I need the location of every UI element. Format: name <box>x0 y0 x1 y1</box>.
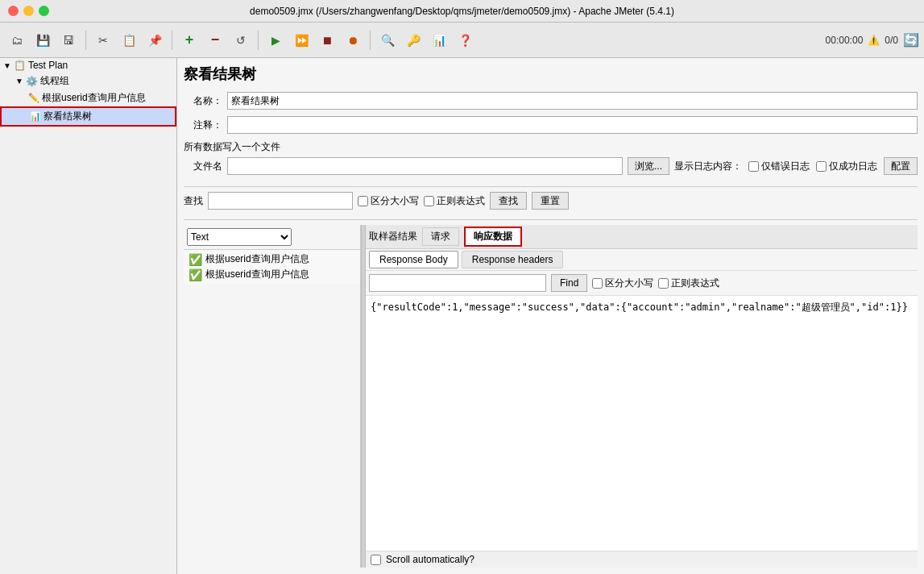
save-all-btn[interactable]: 🖫 <box>56 28 81 52</box>
counter-display: 0/0 <box>885 35 898 46</box>
traffic-lights <box>8 6 49 16</box>
format-select[interactable]: Text <box>187 228 292 246</box>
error-log-label: 仅错误日志 <box>761 160 810 173</box>
clear-btn[interactable]: 🔍 <box>375 28 400 52</box>
format-row: Text <box>184 225 360 250</box>
separator-4 <box>370 31 371 50</box>
refresh-icon[interactable]: 🔄 <box>903 32 919 48</box>
test-plan-icon: 📋 <box>14 60 26 71</box>
list-item[interactable]: ✅ 根据userid查询用户信息 <box>187 267 357 282</box>
close-button[interactable] <box>8 6 19 16</box>
error-log-checkbox[interactable] <box>748 161 759 172</box>
response-body-text: {"resultCode":1,"message":"success","dat… <box>371 302 908 313</box>
toolbar-right: 00:00:00 ⚠️ 0/0 🔄 <box>826 32 919 48</box>
search-btn[interactable]: 🔑 <box>401 28 425 52</box>
reset-btn[interactable]: ↺ <box>229 28 253 52</box>
response-case-checkbox[interactable] <box>592 278 603 289</box>
find-input[interactable] <box>208 192 353 210</box>
scroll-auto-checkbox[interactable] <box>371 555 381 565</box>
regex-checkbox[interactable] <box>424 196 434 206</box>
sidebar-item-view-results[interactable]: 📊 察看结果树 <box>0 106 176 127</box>
response-body-tab[interactable]: Response Body <box>369 251 458 268</box>
file-name-input[interactable] <box>227 157 623 175</box>
help-btn[interactable]: ❓ <box>453 28 477 52</box>
check-icon-1: ✅ <box>189 253 202 266</box>
list-item-label-2: 根据userid查询用户信息 <box>205 268 309 281</box>
divider-2 <box>184 219 918 220</box>
request-tab[interactable]: 请求 <box>422 227 459 246</box>
case-sensitive-label[interactable]: 区分大小写 <box>358 194 419 208</box>
sidebar-item-thread-group[interactable]: ▼ ⚙️ 线程组 <box>0 73 176 89</box>
open-btn[interactable]: 🗂 <box>5 28 29 52</box>
comment-input[interactable] <box>227 116 918 134</box>
func-btn[interactable]: 📊 <box>427 28 451 52</box>
browse-button[interactable]: 浏览... <box>628 157 669 175</box>
all-data-label: 所有数据写入一个文件 <box>184 140 918 154</box>
results-label: 取样器结果 <box>369 230 417 243</box>
name-input[interactable] <box>227 92 918 110</box>
regex-label[interactable]: 正则表达式 <box>424 194 485 208</box>
paste-btn[interactable]: 📌 <box>143 28 167 52</box>
error-log-checkbox-label[interactable]: 仅错误日志 <box>748 160 810 173</box>
reset-button[interactable]: 重置 <box>532 192 569 210</box>
find-button[interactable]: 查找 <box>490 192 527 210</box>
file-name-label: 文件名 <box>184 160 222 173</box>
thread-group-icon: ⚙️ <box>26 76 38 87</box>
check-icon-2: ✅ <box>189 268 202 281</box>
display-log-row: 显示日志内容： 仅错误日志 仅成功日志 配置 <box>674 157 918 175</box>
sidebar-item-label: 察看结果树 <box>44 110 92 123</box>
start-btn[interactable]: ▶ <box>263 28 288 52</box>
cut-btn[interactable]: ✂ <box>91 28 115 52</box>
sidebar-item-label: Test Plan <box>28 60 68 71</box>
sidebar-item-label: 线程组 <box>40 74 69 88</box>
comment-row: 注释： <box>184 116 918 134</box>
success-log-checkbox[interactable] <box>816 161 827 172</box>
sidebar-item-label: 根据userid查询用户信息 <box>42 91 146 105</box>
response-find-bar: Find 区分大小写 正则表达式 <box>366 271 918 296</box>
response-case-label: 区分大小写 <box>605 277 653 290</box>
response-tab[interactable]: 响应数据 <box>464 227 522 247</box>
regex-text: 正则表达式 <box>437 194 485 208</box>
minimize-button[interactable] <box>23 6 34 16</box>
success-log-label: 仅成功日志 <box>829 160 877 173</box>
maximize-button[interactable] <box>39 6 49 16</box>
list-item[interactable]: ✅ 根据userid查询用户信息 <box>187 252 357 267</box>
timer-display: 00:00:00 <box>826 35 864 46</box>
save-btn[interactable]: 💾 <box>31 28 55 52</box>
start-no-pause-btn[interactable]: ⏩ <box>289 28 313 52</box>
response-regex[interactable]: 正则表达式 <box>658 277 719 290</box>
separator-1 <box>85 31 86 50</box>
warning-icon: ⚠️ <box>868 35 880 46</box>
panels-row: Text ✅ 根据userid查询用户信息 ✅ 根据userid查询用户信息 <box>184 225 918 568</box>
name-label: 名称： <box>184 94 222 108</box>
find-label: 查找 <box>184 194 203 208</box>
divider-1 <box>184 186 918 187</box>
page-title: 察看结果树 <box>184 64 918 84</box>
sidebar-item-test-plan[interactable]: ▼ 📋 Test Plan <box>0 58 176 73</box>
response-headers-tab[interactable]: Response headers <box>462 251 564 268</box>
toolbar: 🗂 💾 🖫 ✂ 📋 📌 + − ↺ ▶ ⏩ ⏹ ⏺ 🔍 🔑 📊 ❓ 00:00:… <box>0 23 924 58</box>
shutdown-btn[interactable]: ⏺ <box>341 28 365 52</box>
success-log-checkbox-label[interactable]: 仅成功日志 <box>816 160 877 173</box>
response-find-button[interactable]: Find <box>551 274 587 292</box>
response-regex-checkbox[interactable] <box>658 278 669 289</box>
right-panel: 取样器结果 请求 响应数据 Response Body Response hea… <box>366 225 918 568</box>
list-item-label-1: 根据userid查询用户信息 <box>205 252 309 266</box>
config-button[interactable]: 配置 <box>884 157 918 175</box>
case-sensitive-text: 区分大小写 <box>371 194 419 208</box>
response-find-input[interactable] <box>369 274 546 292</box>
window-title: demo0509.jmx (/Users/zhangwenfang/Deskto… <box>250 6 674 17</box>
add-btn[interactable]: + <box>177 28 201 52</box>
case-sensitive-checkbox[interactable] <box>358 196 368 206</box>
remove-btn[interactable]: − <box>203 28 227 52</box>
sidebar-item-query-user[interactable]: ✏️ 根据userid查询用户信息 <box>0 89 176 106</box>
response-case-sensitive[interactable]: 区分大小写 <box>592 277 653 290</box>
stop-btn[interactable]: ⏹ <box>315 28 339 52</box>
separator-2 <box>172 31 172 50</box>
copy-btn[interactable]: 📋 <box>117 28 141 52</box>
response-body: {"resultCode":1,"message":"success","dat… <box>366 296 918 551</box>
scroll-row: Scroll automatically? <box>366 551 918 568</box>
find-row: 查找 区分大小写 正则表达式 查找 重置 <box>184 192 918 210</box>
sampler-list: ✅ 根据userid查询用户信息 ✅ 根据userid查询用户信息 <box>184 250 360 284</box>
response-tab-bar: Response Body Response headers <box>366 249 918 271</box>
